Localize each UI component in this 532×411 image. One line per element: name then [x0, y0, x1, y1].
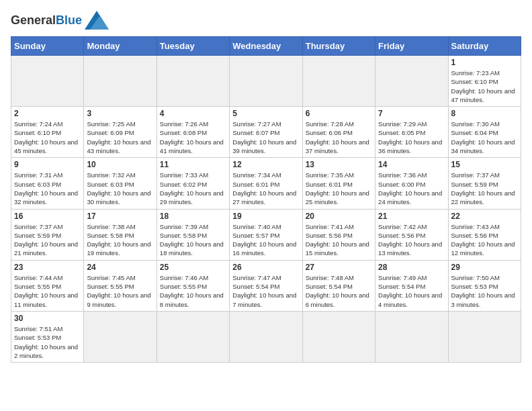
day-info: Sunrise: 7:39 AMSunset: 5:58 PMDaylight:… — [160, 222, 226, 258]
day-number: 22 — [451, 212, 518, 221]
day-number: 27 — [306, 263, 372, 272]
day-info: Sunrise: 7:45 AMSunset: 5:55 PMDaylight:… — [87, 273, 153, 309]
day-info: Sunrise: 7:47 AMSunset: 5:54 PMDaylight:… — [232, 273, 299, 309]
calendar-week-row: 30Sunrise: 7:51 AMSunset: 5:53 PMDayligh… — [11, 311, 521, 362]
day-info: Sunrise: 7:37 AMSunset: 5:59 PMDaylight:… — [451, 171, 518, 206]
calendar-cell — [157, 56, 229, 107]
day-info: Sunrise: 7:26 AMSunset: 6:08 PMDaylight:… — [160, 120, 226, 155]
day-info: Sunrise: 7:37 AMSunset: 5:59 PMDaylight:… — [14, 222, 81, 258]
calendar-cell: 15Sunrise: 7:37 AMSunset: 5:59 PMDayligh… — [448, 158, 521, 209]
day-number: 3 — [87, 109, 153, 118]
weekday-header-sunday: Sunday — [11, 37, 84, 56]
calendar-cell: 22Sunrise: 7:43 AMSunset: 5:56 PMDayligh… — [448, 209, 521, 260]
day-number: 28 — [378, 263, 445, 272]
calendar-cell: 25Sunrise: 7:46 AMSunset: 5:55 PMDayligh… — [157, 260, 229, 311]
day-number: 11 — [160, 160, 226, 169]
calendar-cell — [230, 311, 302, 362]
calendar-cell: 5Sunrise: 7:27 AMSunset: 6:07 PMDaylight… — [230, 107, 302, 158]
day-number: 13 — [306, 160, 372, 169]
calendar-cell: 9Sunrise: 7:31 AMSunset: 6:03 PMDaylight… — [11, 158, 84, 209]
calendar-cell — [448, 311, 521, 362]
day-info: Sunrise: 7:38 AMSunset: 5:58 PMDaylight:… — [87, 222, 153, 258]
day-number: 6 — [306, 109, 372, 118]
day-number: 8 — [451, 109, 518, 118]
calendar-cell — [375, 311, 448, 362]
day-number: 2 — [14, 109, 81, 118]
day-info: Sunrise: 7:33 AMSunset: 6:02 PMDaylight:… — [160, 171, 226, 206]
calendar-cell: 20Sunrise: 7:41 AMSunset: 5:56 PMDayligh… — [302, 209, 375, 260]
weekday-header-saturday: Saturday — [448, 37, 521, 56]
calendar-cell: 3Sunrise: 7:25 AMSunset: 6:09 PMDaylight… — [84, 107, 157, 158]
day-number: 16 — [14, 212, 81, 221]
weekday-header-tuesday: Tuesday — [157, 37, 229, 56]
calendar-cell: 19Sunrise: 7:40 AMSunset: 5:57 PMDayligh… — [230, 209, 302, 260]
day-info: Sunrise: 7:34 AMSunset: 6:01 PMDaylight:… — [232, 171, 299, 206]
calendar-cell: 1Sunrise: 7:23 AMSunset: 6:10 PMDaylight… — [448, 56, 521, 107]
calendar-table: SundayMondayTuesdayWednesdayThursdayFrid… — [11, 36, 521, 363]
day-number: 7 — [378, 109, 445, 118]
calendar-cell: 30Sunrise: 7:51 AMSunset: 5:53 PMDayligh… — [11, 311, 84, 362]
weekday-header-row: SundayMondayTuesdayWednesdayThursdayFrid… — [11, 37, 521, 56]
day-info: Sunrise: 7:49 AMSunset: 5:54 PMDaylight:… — [378, 273, 445, 309]
calendar-cell — [84, 311, 157, 362]
calendar-cell: 27Sunrise: 7:48 AMSunset: 5:54 PMDayligh… — [302, 260, 375, 311]
day-info: Sunrise: 7:32 AMSunset: 6:03 PMDaylight:… — [87, 171, 153, 206]
day-info: Sunrise: 7:44 AMSunset: 5:55 PMDaylight:… — [14, 273, 81, 309]
day-info: Sunrise: 7:31 AMSunset: 6:03 PMDaylight:… — [14, 171, 81, 206]
calendar-cell — [84, 56, 157, 107]
day-number: 4 — [160, 109, 226, 118]
calendar-cell: 21Sunrise: 7:42 AMSunset: 5:56 PMDayligh… — [375, 209, 448, 260]
day-info: Sunrise: 7:41 AMSunset: 5:56 PMDaylight:… — [306, 222, 372, 258]
logo-text-general: General — [11, 14, 56, 26]
weekday-header-friday: Friday — [375, 37, 448, 56]
calendar-week-row: 2Sunrise: 7:24 AMSunset: 6:10 PMDaylight… — [11, 107, 521, 158]
day-number: 23 — [14, 263, 81, 272]
day-number: 1 — [451, 58, 518, 67]
calendar-header: SundayMondayTuesdayWednesdayThursdayFrid… — [11, 37, 521, 56]
day-number: 10 — [87, 160, 153, 169]
calendar-cell — [375, 56, 448, 107]
calendar-cell: 28Sunrise: 7:49 AMSunset: 5:54 PMDayligh… — [375, 260, 448, 311]
day-info: Sunrise: 7:35 AMSunset: 6:01 PMDaylight:… — [306, 171, 372, 206]
calendar-cell: 4Sunrise: 7:26 AMSunset: 6:08 PMDaylight… — [157, 107, 229, 158]
day-number: 30 — [14, 314, 81, 323]
calendar-cell: 17Sunrise: 7:38 AMSunset: 5:58 PMDayligh… — [84, 209, 157, 260]
calendar-week-row: 9Sunrise: 7:31 AMSunset: 6:03 PMDaylight… — [11, 158, 521, 209]
calendar-cell: 14Sunrise: 7:36 AMSunset: 6:00 PMDayligh… — [375, 158, 448, 209]
page-header: General Blue — [11, 11, 521, 30]
calendar-week-row: 16Sunrise: 7:37 AMSunset: 5:59 PMDayligh… — [11, 209, 521, 260]
day-info: Sunrise: 7:29 AMSunset: 6:05 PMDaylight:… — [378, 120, 445, 155]
weekday-header-wednesday: Wednesday — [230, 37, 302, 56]
day-number: 9 — [14, 160, 81, 169]
day-number: 5 — [232, 109, 299, 118]
day-number: 18 — [160, 212, 226, 221]
day-info: Sunrise: 7:50 AMSunset: 5:53 PMDaylight:… — [451, 273, 518, 309]
day-number: 14 — [378, 160, 445, 169]
calendar-cell — [157, 311, 229, 362]
day-info: Sunrise: 7:23 AMSunset: 6:10 PMDaylight:… — [451, 68, 518, 104]
weekday-header-monday: Monday — [84, 37, 157, 56]
day-number: 24 — [87, 263, 153, 272]
day-info: Sunrise: 7:40 AMSunset: 5:57 PMDaylight:… — [232, 222, 299, 258]
calendar-cell: 12Sunrise: 7:34 AMSunset: 6:01 PMDayligh… — [230, 158, 302, 209]
calendar-body: 1Sunrise: 7:23 AMSunset: 6:10 PMDaylight… — [11, 56, 521, 363]
day-info: Sunrise: 7:25 AMSunset: 6:09 PMDaylight:… — [87, 120, 153, 155]
calendar-week-row: 1Sunrise: 7:23 AMSunset: 6:10 PMDaylight… — [11, 56, 521, 107]
day-number: 12 — [232, 160, 299, 169]
day-number: 19 — [232, 212, 299, 221]
calendar-cell: 18Sunrise: 7:39 AMSunset: 5:58 PMDayligh… — [157, 209, 229, 260]
day-info: Sunrise: 7:42 AMSunset: 5:56 PMDaylight:… — [378, 222, 445, 258]
day-number: 21 — [378, 212, 445, 221]
calendar-cell — [302, 56, 375, 107]
day-info: Sunrise: 7:46 AMSunset: 5:55 PMDaylight:… — [160, 273, 226, 309]
day-number: 15 — [451, 160, 518, 169]
day-number: 25 — [160, 263, 226, 272]
calendar-cell: 24Sunrise: 7:45 AMSunset: 5:55 PMDayligh… — [84, 260, 157, 311]
day-info: Sunrise: 7:24 AMSunset: 6:10 PMDaylight:… — [14, 120, 81, 155]
calendar-cell — [302, 311, 375, 362]
calendar-cell: 29Sunrise: 7:50 AMSunset: 5:53 PMDayligh… — [448, 260, 521, 311]
calendar-cell — [230, 56, 302, 107]
day-info: Sunrise: 7:51 AMSunset: 5:53 PMDaylight:… — [14, 324, 81, 360]
day-info: Sunrise: 7:43 AMSunset: 5:56 PMDaylight:… — [451, 222, 518, 258]
day-info: Sunrise: 7:27 AMSunset: 6:07 PMDaylight:… — [232, 120, 299, 155]
